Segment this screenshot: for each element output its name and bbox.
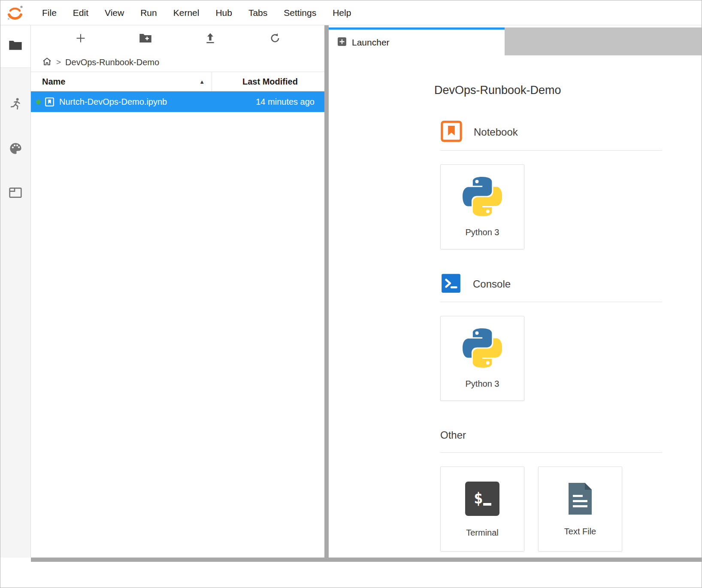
sidebar-item-tabs[interactable] — [9, 186, 22, 201]
menu-item-view[interactable]: View — [97, 0, 132, 25]
menu-item-edit[interactable]: Edit — [65, 0, 97, 25]
menu-item-kernel[interactable]: Kernel — [165, 0, 208, 25]
menu-bar: File Edit View Run Kernel Hub Tabs Setti… — [0, 0, 702, 25]
home-icon[interactable] — [42, 57, 52, 68]
svg-text:$: $ — [474, 489, 483, 507]
card-text-file[interactable]: Text File — [538, 467, 622, 552]
new-folder-icon — [139, 33, 152, 45]
card-label: Text File — [564, 527, 596, 536]
launcher-section-console: Console — [440, 273, 662, 401]
sidebar-item-palette[interactable] — [9, 142, 22, 157]
tab-launcher[interactable]: Launcher — [329, 27, 505, 55]
panel-splitter[interactable] — [324, 25, 329, 558]
python-icon — [463, 328, 502, 370]
jupyter-logo-icon — [6, 3, 24, 22]
section-divider — [440, 302, 662, 302]
column-header-last-modified[interactable]: Last Modified — [212, 72, 324, 91]
breadcrumb-separator: > — [56, 58, 61, 67]
sidebar-item-files[interactable] — [0, 25, 30, 68]
jupyterlab-window: File Edit View Run Kernel Hub Tabs Setti… — [0, 0, 702, 588]
section-divider — [440, 452, 662, 453]
section-label: Console — [473, 278, 511, 290]
launcher-title: DevOps-Runbook-Demo — [434, 84, 662, 97]
card-terminal[interactable]: $ Terminal — [440, 467, 524, 552]
launcher-section-other: Other $ Terminal — [440, 424, 662, 552]
running-man-icon — [9, 105, 22, 112]
tab-bar: Launcher — [329, 25, 702, 55]
console-icon — [440, 273, 462, 296]
main-area: Launcher DevOps-Runbook-Demo — [329, 25, 702, 558]
python-icon — [463, 177, 502, 218]
section-label: Other — [440, 429, 466, 441]
tab-label: Launcher — [352, 37, 390, 48]
kernel-running-dot — [36, 100, 41, 104]
card-python3-console[interactable]: Python 3 — [440, 316, 524, 401]
card-row: Python 3 — [440, 164, 662, 249]
workspace: > DevOps-Runbook-Demo Name ▲ Last Modifi… — [0, 25, 702, 558]
column-modified-label: Last Modified — [242, 77, 298, 87]
section-header: Notebook — [440, 120, 662, 144]
palette-icon — [9, 149, 22, 157]
menu-item-help[interactable]: Help — [324, 0, 359, 25]
file-modified: 14 minutes ago — [212, 97, 324, 107]
file-name: Nurtch-DevOps-Demo.ipynb — [59, 97, 167, 107]
breadcrumb: > DevOps-Runbook-Demo — [31, 53, 324, 72]
listing-header: Name ▲ Last Modified — [31, 72, 324, 91]
new-launcher-button[interactable] — [73, 32, 88, 46]
sidebar-item-running[interactable] — [9, 97, 22, 112]
section-label: Notebook — [474, 126, 518, 138]
card-row: Python 3 — [440, 316, 662, 401]
card-label: Terminal — [466, 528, 499, 538]
upload-icon — [205, 32, 216, 46]
notebook-file-icon — [45, 97, 54, 107]
menu-item-hub[interactable]: Hub — [207, 0, 240, 25]
text-file-icon — [567, 482, 593, 517]
card-row: $ Terminal — [440, 467, 662, 552]
column-header-name[interactable]: Name ▲ — [31, 72, 212, 91]
column-name-label: Name — [42, 77, 65, 87]
card-label: Python 3 — [466, 227, 499, 237]
tab-manager-icon — [9, 193, 22, 200]
file-browser-toolbar — [31, 25, 324, 53]
launcher-section-notebook: Notebook — [440, 120, 662, 249]
notebook-icon — [440, 120, 463, 144]
section-header: Other — [440, 424, 662, 446]
card-label: Python 3 — [466, 379, 499, 389]
refresh-button[interactable] — [268, 32, 282, 46]
breadcrumb-current[interactable]: DevOps-Runbook-Demo — [65, 58, 159, 67]
tab-bar-empty — [505, 27, 702, 55]
menu-item-tabs[interactable]: Tabs — [240, 0, 275, 25]
new-folder-button[interactable] — [138, 32, 153, 46]
terminal-icon: $ — [464, 481, 500, 518]
left-sidebar — [0, 25, 31, 558]
file-browser: > DevOps-Runbook-Demo Name ▲ Last Modifi… — [31, 25, 324, 558]
refresh-icon — [269, 33, 281, 45]
file-row[interactable]: Nurtch-DevOps-Demo.ipynb 14 minutes ago — [31, 91, 324, 112]
menu-item-file[interactable]: File — [34, 0, 65, 25]
sort-ascending-icon: ▲ — [199, 79, 205, 85]
card-python3-notebook[interactable]: Python 3 — [440, 164, 524, 249]
menu-item-settings[interactable]: Settings — [275, 0, 324, 25]
folder-icon — [9, 39, 22, 53]
file-listing-empty-area[interactable] — [31, 112, 324, 558]
launcher-panel: DevOps-Runbook-Demo Notebook — [329, 55, 702, 558]
bottom-resize-bar[interactable] — [31, 558, 702, 562]
plus-icon — [75, 33, 86, 45]
menu-item-run[interactable]: Run — [132, 0, 165, 25]
section-header: Console — [440, 273, 662, 296]
section-divider — [440, 150, 662, 151]
bottom-empty-space — [0, 562, 702, 588]
launcher-tab-icon — [337, 37, 347, 48]
upload-button[interactable] — [203, 32, 218, 46]
